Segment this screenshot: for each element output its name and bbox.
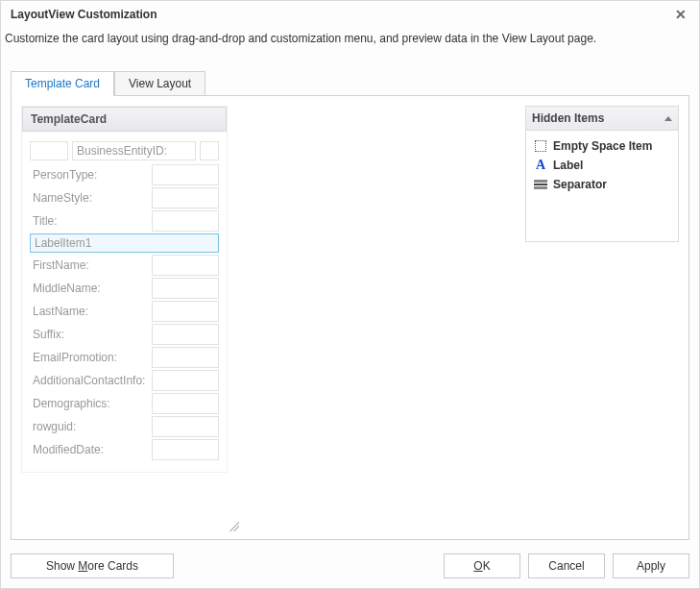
label-item[interactable]: LabelItem1: [30, 233, 219, 253]
ok-button[interactable]: OK: [444, 553, 520, 578]
field-row[interactable]: PersonType:: [30, 164, 219, 185]
field-value[interactable]: [152, 255, 219, 276]
field-row[interactable]: Suffix:: [30, 324, 219, 345]
ok-label: OK: [473, 559, 490, 573]
field-row[interactable]: MiddleName:: [30, 278, 219, 299]
id-row-label[interactable]: BusinessEntityID:: [72, 141, 196, 160]
cancel-label: Cancel: [548, 559, 584, 573]
hidden-item[interactable]: Empty Space Item: [532, 136, 672, 156]
cancel-button[interactable]: Cancel: [528, 553, 605, 578]
id-row-leading-box[interactable]: [30, 141, 68, 160]
field-label: ModifiedDate:: [30, 439, 148, 460]
instructions-text: Customize the card layout using drag-and…: [1, 28, 699, 55]
field-label: LastName:: [30, 301, 148, 322]
hidden-item-label: Separator: [553, 178, 607, 191]
empty-space-icon: [534, 139, 547, 153]
field-label: PersonType:: [30, 164, 148, 185]
hidden-items-header[interactable]: Hidden Items: [526, 107, 678, 131]
tabs: Template Card View Layout: [11, 70, 689, 95]
field-label: MiddleName:: [30, 278, 148, 299]
show-more-cards-button[interactable]: Show More Cards: [11, 553, 174, 578]
field-value[interactable]: [152, 324, 219, 345]
field-row[interactable]: Demographics:: [30, 393, 219, 414]
tab-template-card[interactable]: Template Card: [11, 71, 114, 96]
field-label: AdditionalContactInfo:: [30, 370, 148, 391]
field-value[interactable]: [152, 416, 219, 437]
field-value[interactable]: [152, 393, 219, 414]
field-row[interactable]: LastName:: [30, 301, 219, 322]
field-label: EmailPromotion:: [30, 347, 148, 368]
field-row[interactable]: Title:: [30, 210, 219, 232]
hidden-items-title: Hidden Items: [532, 111, 604, 125]
field-row[interactable]: EmailPromotion:: [30, 347, 219, 368]
field-row[interactable]: FirstName:: [30, 255, 219, 276]
hidden-item-label: Label: [553, 159, 583, 172]
template-card-area[interactable]: TemplateCard BusinessEntityID: PersonTyp…: [21, 106, 237, 529]
tab-body: TemplateCard BusinessEntityID: PersonTyp…: [11, 95, 689, 540]
field-value[interactable]: [152, 210, 219, 232]
separator-icon: [534, 178, 547, 191]
field-label: rowguid:: [30, 416, 148, 437]
resize-grip-icon[interactable]: [229, 522, 239, 531]
id-row-trailing-box[interactable]: [200, 141, 219, 160]
id-row[interactable]: BusinessEntityID:: [30, 141, 219, 160]
label-icon: A: [534, 159, 547, 172]
show-more-cards-label: Show More Cards: [46, 559, 138, 573]
field-row[interactable]: AdditionalContactInfo:: [30, 370, 219, 391]
field-value[interactable]: [152, 347, 219, 368]
field-label: Demographics:: [30, 393, 148, 414]
hidden-item[interactable]: ALabel: [532, 156, 672, 175]
field-label: Suffix:: [30, 324, 148, 345]
field-value[interactable]: [152, 187, 219, 209]
apply-label: Apply: [637, 559, 665, 573]
field-value[interactable]: [152, 301, 219, 322]
tab-view-layout[interactable]: View Layout: [114, 71, 205, 96]
field-label: NameStyle:: [30, 187, 148, 209]
apply-button[interactable]: Apply: [613, 553, 689, 578]
field-row[interactable]: rowguid:: [30, 416, 219, 437]
chevron-up-icon: [664, 116, 672, 121]
hidden-item-label: Empty Space Item: [553, 139, 652, 153]
field-value[interactable]: [152, 370, 219, 391]
field-row[interactable]: NameStyle:: [30, 187, 219, 209]
field-value[interactable]: [152, 278, 219, 299]
close-icon[interactable]: ✕: [672, 7, 689, 22]
field-label: FirstName:: [30, 255, 148, 276]
card-header[interactable]: TemplateCard: [22, 107, 227, 132]
window-title: LayoutView Customization: [11, 8, 157, 21]
hidden-item[interactable]: Separator: [532, 175, 672, 194]
hidden-items-panel: Hidden Items Empty Space ItemALabelSepar…: [525, 106, 679, 242]
field-label: Title:: [30, 210, 148, 232]
field-row[interactable]: ModifiedDate:: [30, 439, 219, 460]
field-value[interactable]: [152, 439, 219, 460]
field-value[interactable]: [152, 164, 219, 185]
